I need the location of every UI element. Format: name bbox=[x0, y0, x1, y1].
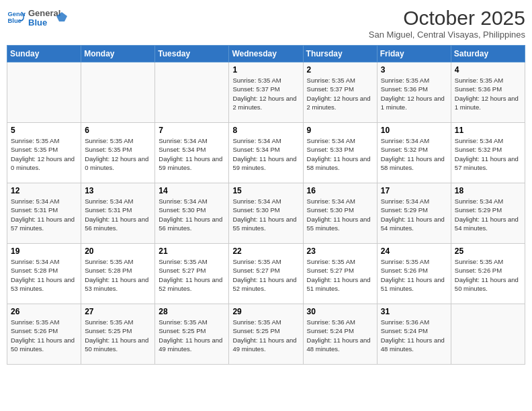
day-number: 16 bbox=[307, 186, 373, 195]
weekday-header-saturday: Saturday bbox=[451, 46, 525, 62]
day-info: Sunrise: 5:35 AMSunset: 5:35 PMDaylight:… bbox=[11, 136, 77, 172]
day-number: 26 bbox=[11, 307, 77, 316]
day-number: 20 bbox=[85, 246, 151, 256]
page-header: General Blue General Blue October 2025 S… bbox=[7, 7, 525, 40]
weekday-header-sunday: Sunday bbox=[7, 46, 81, 62]
logo-icon: General Blue bbox=[7, 8, 26, 27]
day-info: Sunrise: 5:36 AMSunset: 5:24 PMDaylight:… bbox=[381, 318, 447, 353]
calendar-cell: 27Sunrise: 5:35 AMSunset: 5:25 PMDayligh… bbox=[81, 304, 155, 365]
calendar-cell: 20Sunrise: 5:35 AMSunset: 5:28 PMDayligh… bbox=[81, 244, 155, 304]
day-info: Sunrise: 5:34 AMSunset: 5:31 PMDaylight:… bbox=[85, 197, 151, 232]
day-number: 23 bbox=[307, 246, 373, 256]
calendar-cell: 22Sunrise: 5:35 AMSunset: 5:27 PMDayligh… bbox=[229, 244, 303, 304]
calendar-cell bbox=[155, 62, 229, 123]
calendar-cell: 29Sunrise: 5:35 AMSunset: 5:25 PMDayligh… bbox=[229, 304, 303, 365]
day-info: Sunrise: 5:34 AMSunset: 5:29 PMDaylight:… bbox=[455, 197, 521, 232]
calendar-table: SundayMondayTuesdayWednesdayThursdayFrid… bbox=[7, 45, 525, 365]
logo-svg: General Blue bbox=[28, 7, 69, 28]
day-info: Sunrise: 5:35 AMSunset: 5:28 PMDaylight:… bbox=[85, 257, 151, 293]
month-title: October 2025 bbox=[369, 7, 525, 30]
calendar-cell: 6Sunrise: 5:35 AMSunset: 5:35 PMDaylight… bbox=[81, 123, 155, 183]
calendar-cell: 10Sunrise: 5:34 AMSunset: 5:32 PMDayligh… bbox=[377, 123, 451, 183]
day-number: 3 bbox=[381, 65, 447, 75]
calendar-cell: 26Sunrise: 5:35 AMSunset: 5:26 PMDayligh… bbox=[7, 304, 81, 365]
day-number: 19 bbox=[11, 246, 77, 256]
day-number: 4 bbox=[455, 65, 521, 75]
calendar-cell: 19Sunrise: 5:34 AMSunset: 5:28 PMDayligh… bbox=[7, 244, 81, 304]
day-number: 8 bbox=[232, 126, 299, 135]
weekday-header-friday: Friday bbox=[377, 46, 451, 62]
day-info: Sunrise: 5:34 AMSunset: 5:33 PMDaylight:… bbox=[307, 136, 373, 172]
day-info: Sunrise: 5:35 AMSunset: 5:37 PMDaylight:… bbox=[232, 76, 299, 111]
day-number: 22 bbox=[232, 246, 299, 256]
calendar-cell: 4Sunrise: 5:35 AMSunset: 5:36 PMDaylight… bbox=[451, 62, 525, 123]
svg-text:Blue: Blue bbox=[28, 17, 47, 28]
title-block: October 2025 San Miguel, Central Visayas… bbox=[369, 7, 525, 40]
calendar-cell: 25Sunrise: 5:35 AMSunset: 5:26 PMDayligh… bbox=[451, 244, 525, 304]
day-info: Sunrise: 5:35 AMSunset: 5:26 PMDaylight:… bbox=[381, 257, 447, 293]
day-info: Sunrise: 5:35 AMSunset: 5:36 PMDaylight:… bbox=[381, 76, 447, 111]
calendar-cell: 7Sunrise: 5:34 AMSunset: 5:34 PMDaylight… bbox=[155, 123, 229, 183]
day-number: 7 bbox=[159, 126, 225, 135]
calendar-cell: 2Sunrise: 5:35 AMSunset: 5:37 PMDaylight… bbox=[303, 62, 377, 123]
day-info: Sunrise: 5:34 AMSunset: 5:30 PMDaylight:… bbox=[232, 197, 299, 232]
day-number: 11 bbox=[455, 126, 521, 135]
day-info: Sunrise: 5:34 AMSunset: 5:34 PMDaylight:… bbox=[159, 136, 225, 172]
day-info: Sunrise: 5:34 AMSunset: 5:32 PMDaylight:… bbox=[381, 136, 447, 172]
weekday-header-thursday: Thursday bbox=[303, 46, 377, 62]
week-row-4: 19Sunrise: 5:34 AMSunset: 5:28 PMDayligh… bbox=[7, 244, 525, 304]
weekday-header-wednesday: Wednesday bbox=[229, 46, 303, 62]
calendar-cell: 23Sunrise: 5:35 AMSunset: 5:27 PMDayligh… bbox=[303, 244, 377, 304]
day-number: 27 bbox=[85, 307, 151, 316]
day-info: Sunrise: 5:36 AMSunset: 5:24 PMDaylight:… bbox=[307, 318, 373, 353]
svg-text:General: General bbox=[28, 8, 60, 18]
day-number: 12 bbox=[11, 186, 77, 195]
calendar-cell bbox=[451, 304, 525, 365]
calendar-cell: 18Sunrise: 5:34 AMSunset: 5:29 PMDayligh… bbox=[451, 183, 525, 244]
day-number: 31 bbox=[381, 307, 447, 316]
calendar-cell: 12Sunrise: 5:34 AMSunset: 5:31 PMDayligh… bbox=[7, 183, 81, 244]
calendar-cell: 11Sunrise: 5:34 AMSunset: 5:32 PMDayligh… bbox=[451, 123, 525, 183]
day-info: Sunrise: 5:34 AMSunset: 5:30 PMDaylight:… bbox=[159, 197, 225, 232]
calendar-cell: 1Sunrise: 5:35 AMSunset: 5:37 PMDaylight… bbox=[229, 62, 303, 123]
day-info: Sunrise: 5:35 AMSunset: 5:37 PMDaylight:… bbox=[307, 76, 373, 111]
calendar-cell: 16Sunrise: 5:34 AMSunset: 5:30 PMDayligh… bbox=[303, 183, 377, 244]
day-number: 1 bbox=[232, 65, 299, 75]
day-info: Sunrise: 5:35 AMSunset: 5:27 PMDaylight:… bbox=[232, 257, 299, 293]
day-info: Sunrise: 5:34 AMSunset: 5:28 PMDaylight:… bbox=[11, 257, 77, 293]
day-info: Sunrise: 5:35 AMSunset: 5:35 PMDaylight:… bbox=[85, 136, 151, 172]
header-row: SundayMondayTuesdayWednesdayThursdayFrid… bbox=[7, 46, 525, 62]
calendar-cell: 5Sunrise: 5:35 AMSunset: 5:35 PMDaylight… bbox=[7, 123, 81, 183]
week-row-1: 1Sunrise: 5:35 AMSunset: 5:37 PMDaylight… bbox=[7, 62, 525, 123]
week-row-5: 26Sunrise: 5:35 AMSunset: 5:26 PMDayligh… bbox=[7, 304, 525, 365]
day-number: 25 bbox=[455, 246, 521, 256]
day-number: 2 bbox=[307, 65, 373, 75]
day-number: 13 bbox=[85, 186, 151, 195]
day-info: Sunrise: 5:35 AMSunset: 5:27 PMDaylight:… bbox=[307, 257, 373, 293]
day-info: Sunrise: 5:35 AMSunset: 5:25 PMDaylight:… bbox=[159, 318, 225, 353]
calendar-cell: 31Sunrise: 5:36 AMSunset: 5:24 PMDayligh… bbox=[377, 304, 451, 365]
calendar-cell bbox=[81, 62, 155, 123]
day-info: Sunrise: 5:35 AMSunset: 5:25 PMDaylight:… bbox=[85, 318, 151, 353]
calendar-cell: 3Sunrise: 5:35 AMSunset: 5:36 PMDaylight… bbox=[377, 62, 451, 123]
day-number: 15 bbox=[232, 186, 299, 195]
calendar-cell: 9Sunrise: 5:34 AMSunset: 5:33 PMDaylight… bbox=[303, 123, 377, 183]
day-number: 18 bbox=[455, 186, 521, 195]
day-info: Sunrise: 5:34 AMSunset: 5:34 PMDaylight:… bbox=[232, 136, 299, 172]
calendar-cell: 13Sunrise: 5:34 AMSunset: 5:31 PMDayligh… bbox=[81, 183, 155, 244]
day-info: Sunrise: 5:34 AMSunset: 5:30 PMDaylight:… bbox=[307, 197, 373, 232]
calendar-cell: 14Sunrise: 5:34 AMSunset: 5:30 PMDayligh… bbox=[155, 183, 229, 244]
week-row-3: 12Sunrise: 5:34 AMSunset: 5:31 PMDayligh… bbox=[7, 183, 525, 244]
calendar-cell: 24Sunrise: 5:35 AMSunset: 5:26 PMDayligh… bbox=[377, 244, 451, 304]
weekday-header-monday: Monday bbox=[81, 46, 155, 62]
calendar-cell: 30Sunrise: 5:36 AMSunset: 5:24 PMDayligh… bbox=[303, 304, 377, 365]
day-number: 24 bbox=[381, 246, 447, 256]
week-row-2: 5Sunrise: 5:35 AMSunset: 5:35 PMDaylight… bbox=[7, 123, 525, 183]
calendar-cell: 28Sunrise: 5:35 AMSunset: 5:25 PMDayligh… bbox=[155, 304, 229, 365]
day-number: 30 bbox=[307, 307, 373, 316]
day-number: 21 bbox=[159, 246, 225, 256]
day-info: Sunrise: 5:35 AMSunset: 5:26 PMDaylight:… bbox=[11, 318, 77, 353]
day-info: Sunrise: 5:34 AMSunset: 5:32 PMDaylight:… bbox=[455, 136, 521, 172]
calendar-cell bbox=[7, 62, 81, 123]
day-number: 9 bbox=[307, 126, 373, 135]
